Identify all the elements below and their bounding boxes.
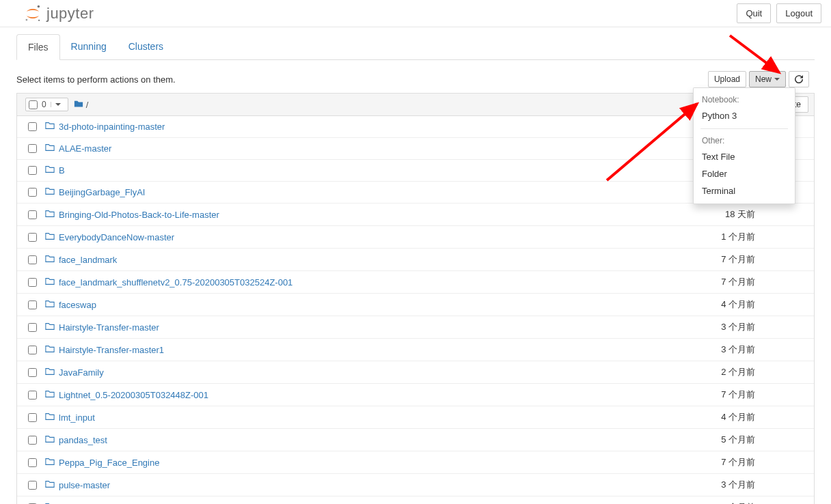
file-name: JavaFamily — [59, 367, 104, 378]
file-link[interactable]: ALAE-master — [45, 143, 111, 154]
file-date: 4 个月前 — [721, 298, 806, 311]
file-row: python-spider6 个月前 — [17, 496, 814, 504]
file-link[interactable]: BeijingGarbage_FlyAI — [45, 186, 145, 198]
refresh-button[interactable] — [789, 71, 809, 87]
folder-icon — [45, 299, 55, 311]
file-row: Bringing-Old-Photos-Back-to-Life-master1… — [17, 203, 814, 225]
dropdown-divider — [700, 128, 788, 129]
file-link[interactable]: JavaFamily — [45, 367, 104, 378]
file-link[interactable]: Hairstyle-Transfer-master1 — [45, 344, 164, 356]
row-checkbox[interactable] — [28, 323, 37, 332]
folder-icon — [45, 186, 55, 198]
file-row: JavaFamily2 个月前 — [17, 361, 814, 383]
quit-button[interactable]: Quit — [737, 3, 771, 23]
row-checkbox[interactable] — [28, 368, 37, 377]
new-terminal[interactable]: Terminal — [694, 182, 795, 199]
file-name: ALAE-master — [59, 143, 111, 154]
file-link[interactable]: Peppa_Pig_Face_Engine — [45, 457, 159, 468]
folder-icon — [45, 143, 55, 154]
file-date: 4 个月前 — [721, 411, 806, 423]
folder-icon — [45, 367, 55, 378]
new-dropdown-menu: Notebook: Python 3 Other: Text File Fold… — [693, 87, 795, 204]
tab-files[interactable]: Files — [16, 34, 60, 60]
folder-icon — [45, 479, 55, 491]
file-link[interactable]: Lightnet_0.5-20200305T032448Z-001 — [45, 389, 208, 401]
file-link[interactable]: 3d-photo-inpainting-master — [45, 121, 165, 132]
folder-icon — [45, 412, 55, 423]
row-checkbox[interactable] — [28, 300, 37, 309]
row-checkbox[interactable] — [28, 166, 37, 175]
new-folder[interactable]: Folder — [694, 165, 795, 182]
folder-home-icon[interactable] — [74, 99, 83, 111]
file-row: Hairstyle-Transfer-master3 个月前 — [17, 316, 814, 338]
select-all-checkbox[interactable] — [29, 100, 38, 109]
file-link[interactable]: faceswap — [45, 299, 96, 311]
row-checkbox[interactable] — [28, 278, 37, 287]
jupyter-logo[interactable]: jupyter — [23, 4, 94, 23]
file-link[interactable]: pandas_test — [45, 434, 107, 446]
tab-clusters[interactable]: Clusters — [118, 34, 174, 60]
row-checkbox[interactable] — [28, 436, 37, 445]
file-date: 6 个月前 — [721, 501, 806, 504]
svg-point-1 — [26, 18, 28, 20]
row-checkbox[interactable] — [28, 481, 37, 490]
folder-icon — [45, 502, 55, 505]
file-date: 1 个月前 — [721, 231, 806, 243]
file-link[interactable]: face_landmark — [45, 254, 117, 266]
file-name: lmt_input — [59, 412, 95, 423]
select-all-group[interactable]: 0 — [25, 98, 68, 111]
file-link[interactable]: python-spider — [45, 502, 113, 505]
folder-icon — [45, 344, 55, 356]
svg-point-0 — [38, 5, 40, 8]
select-type-dropdown[interactable] — [51, 102, 65, 107]
row-checkbox[interactable] — [28, 458, 37, 467]
file-link[interactable]: lmt_input — [45, 412, 95, 423]
new-python3[interactable]: Python 3 — [694, 107, 795, 124]
row-checkbox[interactable] — [28, 122, 37, 131]
logout-button[interactable]: Logout — [776, 3, 821, 23]
file-date: 7 个月前 — [721, 276, 806, 288]
row-checkbox[interactable] — [28, 413, 37, 422]
file-date: 2 个月前 — [721, 366, 806, 378]
file-link[interactable]: face_landmark_shufflenetv2_0.75-20200305… — [45, 277, 292, 288]
file-name: Bringing-Old-Photos-Back-to-Life-master — [59, 210, 219, 220]
file-link[interactable]: Bringing-Old-Photos-Back-to-Life-master — [45, 209, 219, 221]
file-name: B — [59, 165, 65, 176]
upload-button[interactable]: Upload — [708, 71, 746, 87]
tab-bar: Files Running Clusters — [16, 34, 815, 60]
file-name: Peppa_Pig_Face_Engine — [59, 458, 159, 468]
file-name: face_landmark — [59, 255, 117, 265]
file-link[interactable]: B — [45, 165, 65, 176]
tab-running[interactable]: Running — [60, 34, 118, 60]
toolbar-actions: Upload New Notebook: Python 3 Other: Tex… — [708, 71, 815, 87]
file-link[interactable]: Hairstyle-Transfer-master — [45, 322, 159, 333]
row-checkbox[interactable] — [28, 391, 37, 400]
new-textfile[interactable]: Text File — [694, 148, 795, 165]
logo-text: jupyter — [46, 5, 94, 23]
file-row: pulse-master3 个月前 — [17, 473, 814, 496]
row-checkbox[interactable] — [28, 255, 37, 264]
new-button[interactable]: New — [749, 71, 786, 87]
file-row: face_landmark_shufflenetv2_0.75-20200305… — [17, 270, 814, 293]
file-name: pandas_test — [59, 435, 107, 445]
row-checkbox[interactable] — [28, 188, 37, 197]
row-checkbox[interactable] — [28, 233, 37, 242]
refresh-icon — [795, 75, 803, 83]
file-date: 3 个月前 — [721, 321, 806, 333]
toolbar: Select items to perform actions on them.… — [16, 66, 815, 93]
file-name: Lightnet_0.5-20200305T032448Z-001 — [59, 390, 208, 400]
file-link[interactable]: EverybodyDanceNow-master — [45, 232, 174, 243]
file-name: Hairstyle-Transfer-master — [59, 322, 159, 333]
file-row: lmt_input4 个月前 — [17, 406, 814, 428]
file-link[interactable]: pulse-master — [45, 479, 110, 491]
row-checkbox[interactable] — [28, 346, 37, 354]
breadcrumb: / — [74, 99, 89, 111]
file-name: pulse-master — [59, 480, 110, 490]
row-checkbox[interactable] — [28, 144, 37, 153]
file-row: pandas_test5 个月前 — [17, 428, 814, 451]
row-checkbox[interactable] — [28, 210, 37, 219]
folder-icon — [45, 389, 55, 401]
jupyter-icon — [23, 4, 42, 23]
file-date: 7 个月前 — [721, 389, 806, 401]
breadcrumb-sep: / — [86, 100, 89, 110]
